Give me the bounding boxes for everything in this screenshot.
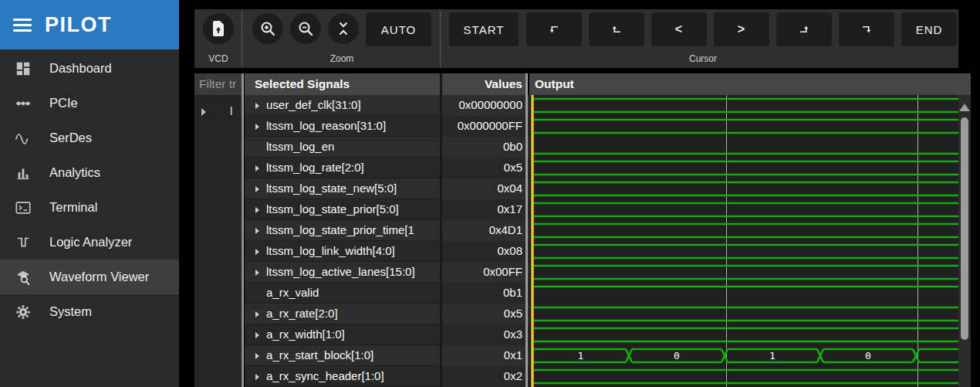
zoom-out-button[interactable] (290, 13, 321, 44)
table-row[interactable]: ltssm_log_link_width[4:0]0x08 (245, 241, 529, 262)
signal-name-cell[interactable]: a_rx_start_block[1:0] (245, 345, 440, 366)
table-row[interactable]: ltssm_log_en0b0 (245, 137, 529, 158)
cursor-next-rise-button[interactable] (776, 12, 832, 46)
signal-name: ltssm_log_active_lanes[15:0] (266, 265, 415, 278)
wave-trace-bus (529, 324, 958, 345)
expand-arrow-icon[interactable] (255, 332, 259, 338)
expand-arrow-icon[interactable] (255, 270, 259, 276)
signal-name-cell[interactable]: a_rx_sync_header[1:0] (245, 366, 440, 387)
terminal-icon (14, 199, 32, 217)
sidebar-item-analytics[interactable]: Analytics (0, 155, 179, 190)
sidebar-item-waveform-viewer[interactable]: Waveform Viewer (0, 260, 179, 294)
table-row[interactable]: ltssm_log_state_prior_time[10x4D1 (245, 220, 529, 241)
cursor-prev-edge-button[interactable]: < (651, 12, 707, 46)
sidebar-item-pcie[interactable]: PCIe (0, 86, 179, 121)
vcd-upload-button[interactable] (203, 13, 234, 44)
sidebar-item-terminal[interactable]: Terminal (0, 190, 179, 225)
cursor-prev-rise-button[interactable] (589, 12, 644, 46)
signal-name-cell[interactable]: user_def_clk[31:0] (245, 95, 440, 116)
table-row[interactable]: a_rx_rate[2:0]0x5 (245, 304, 529, 324)
corner-up-left-icon (608, 21, 625, 38)
wave-trace-bus (529, 304, 958, 324)
waveform-canvas[interactable]: 1010 (529, 95, 958, 387)
tree-item[interactable]: l (194, 102, 242, 122)
sidebar-item-label: Analytics (49, 165, 100, 180)
expand-arrow-icon[interactable] (255, 249, 259, 255)
signal-name: ltssm_log_reason[31:0] (266, 119, 386, 132)
signal-name: ltssm_log_rate[2:0] (266, 161, 364, 174)
toolbar-divider (440, 11, 441, 66)
signal-name-cell[interactable]: ltssm_log_en (245, 137, 440, 158)
expand-arrow-icon[interactable] (255, 124, 259, 130)
sidebar-item-label: SerDes (49, 131, 92, 145)
signal-name: a_rx_valid (266, 286, 319, 299)
signal-value: 0b1 (442, 286, 525, 299)
bar-chart-icon (14, 164, 32, 182)
table-row[interactable]: ltssm_log_active_lanes[15:0]0x00FF (245, 262, 529, 283)
pcie-lanes-icon (14, 94, 32, 113)
zoom-fit-button[interactable] (328, 13, 359, 44)
zoom-group-label: Zoom (252, 53, 431, 64)
signal-value: 0x1 (442, 348, 525, 362)
cursor-end-button[interactable]: END (901, 12, 957, 46)
hamburger-menu-icon[interactable] (13, 19, 32, 32)
signal-name-cell[interactable]: a_rx_valid (245, 283, 440, 304)
sidebar-item-system[interactable]: System (0, 294, 179, 329)
filter-tree-input[interactable]: Filter tr (194, 73, 242, 95)
table-row[interactable]: user_def_clk[31:0]0x00000000 (245, 95, 529, 116)
scroll-up-arrow-icon[interactable] (959, 104, 970, 111)
time-cursor[interactable] (531, 95, 534, 387)
app-title: PILOT (45, 13, 112, 37)
signal-name-cell[interactable]: ltssm_log_state_new[5:0] (245, 178, 440, 199)
table-row[interactable]: ltssm_log_state_new[5:0]0x04 (245, 178, 529, 199)
cursor-next-edge-button[interactable]: > (714, 12, 769, 46)
expand-arrow-icon[interactable] (201, 108, 206, 116)
auto-button[interactable]: AUTO (366, 12, 431, 46)
table-row[interactable]: ltssm_log_reason[31:0]0x000000FF (245, 116, 529, 137)
selected-signals-header: Selected Signals (245, 73, 440, 95)
values-output-splitter[interactable] (525, 73, 528, 387)
table-row[interactable]: a_rx_valid0b1 (245, 283, 529, 304)
expand-arrow-icon[interactable] (255, 186, 259, 192)
greater-than-icon: > (738, 22, 745, 36)
expand-arrow-icon[interactable] (255, 165, 259, 171)
vertical-scrollbar[interactable] (958, 95, 971, 387)
sidebar-item-dashboard[interactable]: Dashboard (0, 51, 179, 86)
cursor-group-label: Cursor (449, 53, 957, 64)
signal-name-cell[interactable]: a_rx_rate[2:0] (245, 304, 440, 324)
sidebar-item-label: Terminal (49, 200, 97, 215)
signal-name-cell[interactable]: ltssm_log_reason[31:0] (245, 116, 440, 137)
signal-name-cell[interactable]: ltssm_log_rate[2:0] (245, 158, 440, 178)
table-row[interactable]: a_rx_sync_header[1:0]0x2 (245, 366, 529, 387)
sidebar-item-logic-analyzer[interactable]: Logic Analyzer (0, 225, 179, 260)
wave-trace-bus (529, 241, 958, 262)
expand-arrow-icon[interactable] (255, 311, 259, 317)
zoom-in-button[interactable] (252, 13, 283, 44)
table-row[interactable]: a_rx_start_block[1:0]0x1 (245, 345, 529, 366)
bus-value-label: 1 (769, 350, 776, 362)
zoom-fit-icon (334, 19, 353, 38)
signal-name-cell[interactable]: ltssm_log_state_prior[5:0] (245, 199, 440, 220)
signal-name-cell[interactable]: a_rx_width[1:0] (245, 324, 440, 345)
signal-name-cell[interactable]: ltssm_log_link_width[4:0] (245, 241, 440, 262)
cursor-prev-fall-button[interactable] (526, 12, 582, 46)
expand-arrow-icon[interactable] (255, 353, 259, 359)
sidebar-item-serdes[interactable]: SerDes (0, 121, 179, 155)
expand-arrow-icon[interactable] (255, 103, 259, 109)
cursor-next-fall-button[interactable] (839, 12, 894, 46)
scrollbar-thumb[interactable] (961, 117, 968, 340)
expand-arrow-icon[interactable] (255, 228, 259, 234)
expand-arrow-icon[interactable] (255, 207, 259, 213)
signal-name: ltssm_log_en (266, 140, 334, 153)
cursor-start-button[interactable]: START (449, 12, 519, 46)
wave-trace-bus (529, 116, 958, 137)
vcd-group-label: VCD (203, 53, 234, 64)
signal-name-cell[interactable]: ltssm_log_state_prior_time[1 (245, 220, 440, 241)
tree-panel-splitter[interactable] (242, 73, 244, 387)
signal-name-cell[interactable]: ltssm_log_active_lanes[15:0] (245, 262, 440, 283)
table-row[interactable]: ltssm_log_rate[2:0]0x5 (245, 158, 529, 178)
expand-arrow-icon[interactable] (255, 374, 259, 380)
table-row[interactable]: ltssm_log_state_prior[5:0]0x17 (245, 199, 529, 220)
wave-trace-bus (529, 199, 958, 220)
table-row[interactable]: a_rx_width[1:0]0x3 (245, 324, 529, 345)
